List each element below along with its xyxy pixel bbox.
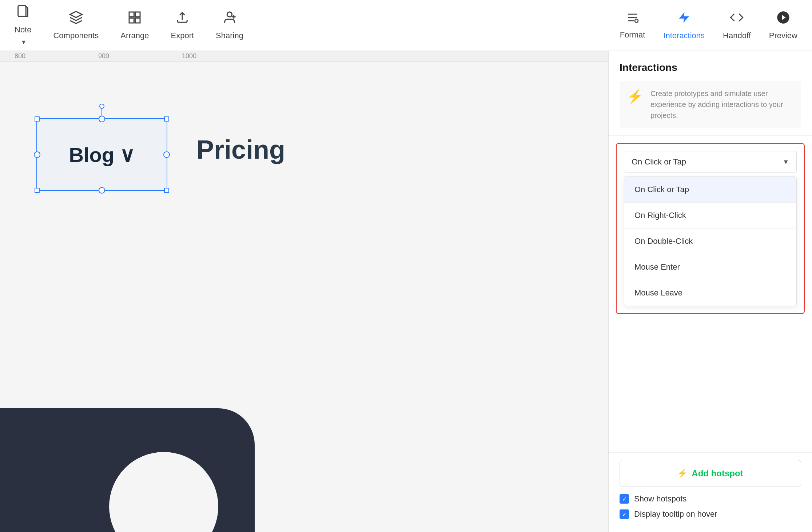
interactions-icon [677,10,690,28]
dropdown-item-on-double-click[interactable]: On Double-Click [624,229,796,254]
show-hotspots-label: Show hotspots [634,494,686,504]
svg-rect-1 [129,12,134,17]
toolbar-item-components[interactable]: Components [53,10,99,40]
dropdown-section: On Click or Tap ▼ On Click or Tap On Rig… [616,143,805,314]
dropdown-item-on-right-click[interactable]: On Right-Click [624,203,796,229]
hotspot-bolt-icon: ⚡ [677,469,687,478]
handle-rotate[interactable] [99,104,104,109]
pricing-text: Pricing [196,135,285,164]
dropdown-item-label: On Click or Tap [634,185,689,194]
preview-icon [776,10,791,28]
panel-bottom: ⚡ Add hotspot ✓ Show hotspots ✓ Display … [609,452,812,532]
export-label: Export [171,31,194,40]
svg-rect-4 [129,18,134,23]
right-panel: Interactions ⚡ Create prototypes and sim… [608,51,812,532]
sharing-icon [222,10,237,28]
handle-bottom-right[interactable] [164,188,169,193]
toolbar-item-preview[interactable]: Preview [769,10,797,40]
circle-handle-bottom[interactable] [99,187,105,194]
svg-rect-3 [135,18,140,23]
hotspot-label: Add hotspot [692,468,743,479]
dropdown-item-label: On Double-Click [634,237,693,246]
toolbar-right: Format Interactions Handoff [620,10,797,40]
ruler-mark-800: 800 [15,52,25,60]
note-arrow: ▾ [22,37,25,46]
display-tooltip-label: Display tooltip on hover [634,509,717,519]
canvas-content: Blog ∨ Pricing [0,64,608,532]
dropdown-item-mouse-enter[interactable]: Mouse Enter [624,254,796,280]
add-hotspot-button[interactable]: ⚡ Add hotspot [620,460,801,487]
handle-top-left[interactable] [35,116,40,122]
note-icon [16,4,30,22]
svg-rect-0 [18,5,26,16]
display-tooltip-checkbox[interactable]: ✓ [620,509,629,519]
preview-label: Preview [769,31,797,40]
handoff-icon [729,10,744,28]
dropdown-item-label: Mouse Enter [634,262,680,271]
ruler-marks: 800 900 1000 [0,52,608,60]
check-icon: ✓ [622,496,627,503]
ruler-top: 800 900 1000 [0,51,608,62]
show-hotspots-row: ✓ Show hotspots [620,494,801,504]
dropdown-trigger[interactable]: On Click or Tap ▼ [624,151,797,173]
display-tooltip-row: ✓ Display tooltip on hover [620,509,801,519]
info-text: Create prototypes and simulate user expe… [650,88,794,121]
dropdown-item-label: Mouse Leave [634,288,682,297]
format-icon [625,11,640,27]
blog-text: Blog ∨ [69,143,135,167]
svg-marker-12 [679,12,689,23]
handle-top-right[interactable] [164,116,169,122]
blog-box[interactable]: Blog ∨ [36,118,167,191]
circle-handle-left[interactable] [34,151,40,158]
dropdown-trigger-text: On Click or Tap [632,157,686,167]
ruler-mark-900: 900 [98,52,109,60]
toolbar-item-format[interactable]: Format [620,11,645,40]
main-layout: 800 900 1000 Blog ∨ [0,51,812,532]
dark-shape [0,405,276,532]
dropdown-item-on-click-or-tap[interactable]: On Click or Tap [624,177,796,203]
components-label: Components [53,31,99,40]
svg-rect-2 [135,12,140,17]
toolbar-item-sharing[interactable]: Sharing [216,10,243,40]
dropdown-item-mouse-leave[interactable]: Mouse Leave [624,280,796,306]
ruler-mark-1000: 1000 [182,52,196,60]
note-label: Note [15,25,31,35]
toolbar-item-handoff[interactable]: Handoff [723,10,751,40]
info-box: ⚡ Create prototypes and simulate user ex… [620,81,801,128]
toolbar-item-arrange[interactable]: Arrange [120,10,149,40]
toolbar: Note ▾ Components [0,0,812,51]
handoff-label: Handoff [723,31,751,40]
bolt-info-icon: ⚡ [627,89,643,104]
circle-handle-top[interactable] [99,116,105,122]
svg-point-11 [635,19,638,23]
arrange-label: Arrange [120,31,149,40]
panel-header: Interactions ⚡ Create prototypes and sim… [609,51,812,136]
toolbar-item-interactions[interactable]: Interactions [663,10,705,40]
toolbar-item-note[interactable]: Note ▾ [15,4,31,46]
handle-bottom-left[interactable] [35,188,40,193]
blog-element[interactable]: Blog ∨ [36,118,167,191]
dropdown-list: On Click or Tap On Right-Click On Double… [624,176,797,306]
canvas-area[interactable]: 800 900 1000 Blog ∨ [0,51,608,532]
interactions-label: Interactions [663,31,705,40]
sharing-label: Sharing [216,31,243,40]
chevron-down-icon: ▼ [783,158,789,166]
check-icon: ✓ [622,511,627,518]
components-icon [69,10,83,28]
arrange-icon [127,10,142,28]
toolbar-left: Note ▾ Components [15,4,620,46]
toolbar-item-export[interactable]: Export [171,10,194,40]
panel-title: Interactions [620,62,801,74]
dropdown-item-label: On Right-Click [634,211,686,220]
circle-handle-right[interactable] [163,151,170,158]
show-hotspots-checkbox[interactable]: ✓ [620,494,629,504]
svg-point-5 [227,12,232,17]
format-label: Format [620,30,645,40]
export-icon [175,10,190,28]
